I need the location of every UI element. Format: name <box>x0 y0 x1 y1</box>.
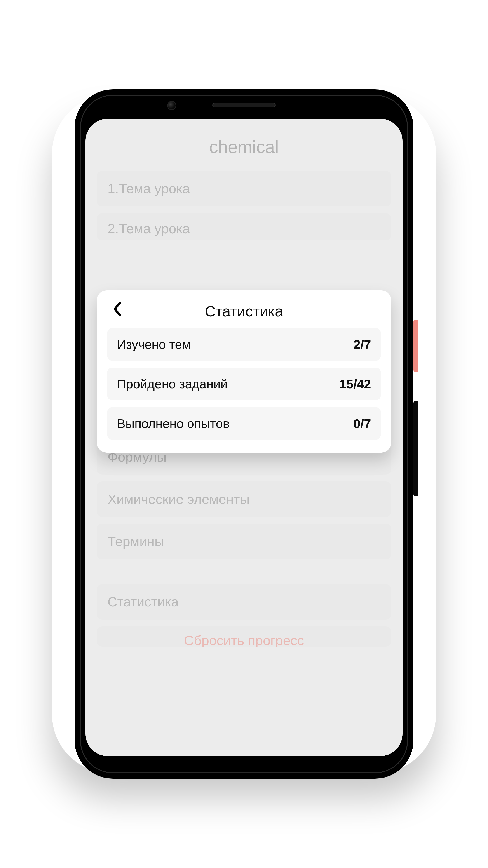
stat-value: 15/42 <box>339 377 371 391</box>
stat-row-topics: Изучено тем 2/7 <box>107 328 381 361</box>
lesson-item[interactable]: 1.Тема урока <box>97 171 391 206</box>
screen: chemical 1.Тема урока 2.Тема урока Форму… <box>86 119 402 756</box>
modal-header: Статистика <box>107 301 381 328</box>
stat-label: Пройдено заданий <box>117 377 228 391</box>
chevron-left-icon <box>112 302 122 316</box>
stat-value: 2/7 <box>353 337 371 352</box>
device-volume-button <box>414 401 418 496</box>
statistics-button[interactable]: Статистика <box>97 584 391 620</box>
device-speaker <box>213 103 275 107</box>
modal-back-button[interactable] <box>108 300 126 318</box>
reset-progress-button[interactable]: Сбросить прогресс <box>97 626 391 647</box>
reference-item-elements[interactable]: Химические элементы <box>97 482 391 517</box>
stat-list: Изучено тем 2/7 Пройдено заданий 15/42 В… <box>107 328 381 440</box>
device-front-camera <box>167 101 176 110</box>
device-frame: chemical 1.Тема урока 2.Тема урока Форму… <box>74 89 414 779</box>
modal-title: Статистика <box>107 303 381 320</box>
stat-row-experiments: Выполнено опытов 0/7 <box>107 407 381 440</box>
device-power-button <box>414 320 418 372</box>
stat-label: Выполнено опытов <box>117 416 230 431</box>
lesson-list: 1.Тема урока 2.Тема урока <box>86 171 402 240</box>
stat-row-tasks: Пройдено заданий 15/42 <box>107 368 381 400</box>
app-title: chemical <box>86 119 402 171</box>
canvas: chemical 1.Тема урока 2.Тема урока Форму… <box>0 0 488 868</box>
statistics-modal: Статистика Изучено тем 2/7 Пройдено зада… <box>97 290 391 453</box>
reference-list: Формулы Химические элементы Термины <box>86 439 402 559</box>
lesson-item[interactable]: 2.Тема урока <box>97 213 391 240</box>
stat-label: Изучено тем <box>117 337 191 352</box>
footer-list: Статистика Сбросить прогресс <box>86 584 402 647</box>
reference-item-terms[interactable]: Термины <box>97 524 391 559</box>
stat-value: 0/7 <box>353 416 371 431</box>
